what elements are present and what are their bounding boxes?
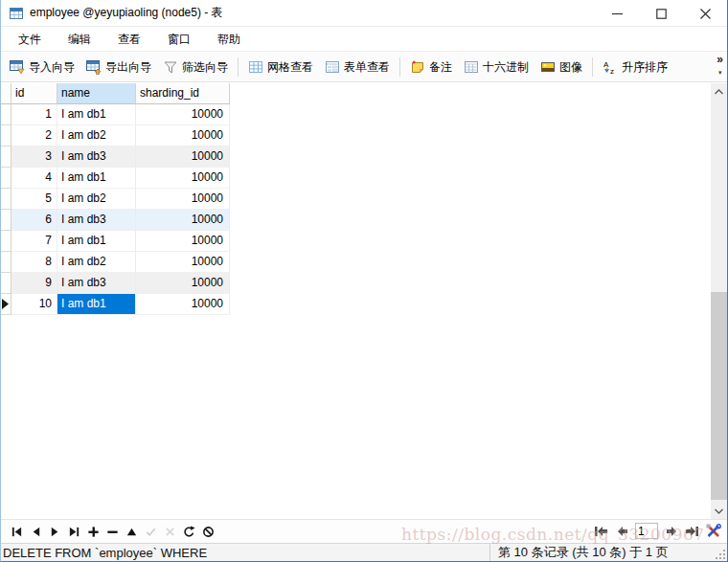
row-header[interactable] — [1, 273, 11, 294]
table-row[interactable]: 1 I am db1 10000 — [1, 104, 727, 125]
memo-icon — [410, 59, 425, 75]
menu-window[interactable]: 窗口 — [154, 29, 204, 51]
maximize-button[interactable] — [639, 0, 683, 27]
status-bar: DELETE FROM `employee` WHERE 第 10 条记录 (共… — [1, 543, 727, 561]
apply-changes-button[interactable] — [141, 523, 160, 540]
cell-name[interactable]: I am db2 — [57, 125, 136, 146]
cell-sharding-id[interactable]: 10000 — [136, 146, 230, 168]
menu-view[interactable]: 查看 — [104, 29, 154, 51]
cell-id[interactable]: 4 — [11, 168, 57, 189]
cell-id[interactable]: 8 — [11, 252, 57, 273]
column-header-sharding-id[interactable]: sharding_id — [136, 83, 230, 104]
memo-button[interactable]: 备注 — [404, 56, 458, 79]
settings-tools-button[interactable] — [705, 523, 721, 539]
image-button[interactable]: 图像 — [535, 56, 588, 79]
stop-icon — [202, 526, 215, 538]
scrollbar-thumb[interactable] — [711, 292, 727, 500]
cell-sharding-id[interactable]: 10000 — [136, 104, 230, 125]
table-row[interactable]: 4 I am db1 10000 — [1, 168, 727, 189]
row-header[interactable] — [1, 189, 11, 210]
menu-help[interactable]: 帮助 — [204, 29, 254, 51]
cell-sharding-id[interactable]: 10000 — [136, 252, 230, 273]
cell-id[interactable]: 6 — [11, 210, 57, 231]
last-record-button[interactable] — [64, 523, 83, 540]
row-header[interactable] — [1, 210, 11, 231]
row-header[interactable] — [1, 252, 11, 273]
cell-sharding-id[interactable]: 10000 — [136, 294, 230, 315]
minimize-button[interactable] — [595, 0, 639, 27]
cell-sharding-id[interactable]: 10000 — [136, 189, 230, 210]
cell-name[interactable]: I am db1 — [57, 104, 136, 125]
next-record-button[interactable] — [45, 523, 64, 540]
row-header[interactable] — [1, 294, 11, 315]
menu-edit[interactable]: 编辑 — [55, 29, 104, 51]
filter-wizard-button[interactable]: 筛选向导 — [157, 56, 234, 79]
resize-grip[interactable] — [716, 550, 725, 559]
next-page-button[interactable] — [663, 523, 679, 539]
import-wizard-button[interactable]: 导入向导 — [4, 56, 80, 79]
export-wizard-button[interactable]: 导出向导 — [80, 56, 157, 79]
first-page-button[interactable] — [593, 523, 609, 539]
discard-changes-button[interactable] — [160, 523, 179, 540]
table-row[interactable]: 10 I am db1 10000 — [1, 294, 727, 315]
scroll-up-button[interactable] — [711, 83, 727, 100]
stop-button[interactable] — [198, 523, 217, 540]
hex-button[interactable]: 十六进制 — [458, 56, 535, 79]
cell-sharding-id[interactable]: 10000 — [136, 125, 230, 146]
cell-id[interactable]: 10 — [11, 294, 57, 315]
vertical-scrollbar[interactable] — [711, 83, 727, 519]
page-number-input[interactable] — [635, 523, 658, 539]
refresh-button[interactable] — [179, 523, 198, 540]
discard-changes-icon — [164, 526, 176, 538]
cell-name[interactable]: I am db2 — [57, 189, 136, 210]
image-icon — [540, 59, 556, 75]
cell-name[interactable]: I am db3 — [57, 273, 136, 294]
cell-id[interactable]: 1 — [11, 104, 57, 125]
row-header-corner[interactable] — [1, 83, 11, 104]
row-header[interactable] — [1, 168, 11, 189]
close-button[interactable] — [683, 0, 727, 27]
cell-name[interactable]: I am db3 — [57, 146, 136, 168]
table-row[interactable]: 2 I am db2 10000 — [1, 125, 727, 146]
cell-sharding-id[interactable]: 10000 — [136, 273, 230, 294]
cell-id[interactable]: 2 — [11, 125, 57, 146]
menu-file[interactable]: 文件 — [5, 29, 55, 51]
cell-id[interactable]: 3 — [11, 146, 57, 168]
column-header-name[interactable]: name — [57, 83, 136, 104]
prev-page-button[interactable] — [614, 523, 630, 539]
cell-id[interactable]: 7 — [11, 231, 57, 252]
first-record-button[interactable] — [7, 523, 26, 540]
row-header[interactable] — [1, 231, 11, 252]
cell-sharding-id[interactable]: 10000 — [136, 231, 230, 252]
last-record-icon — [68, 526, 80, 538]
table-row[interactable]: 7 I am db1 10000 — [1, 231, 727, 252]
add-record-button[interactable] — [83, 523, 102, 540]
toolbar-overflow-button[interactable]: » ▾ — [717, 55, 723, 78]
last-page-button[interactable] — [684, 523, 700, 539]
form-view-button[interactable]: 表单查看 — [319, 56, 396, 79]
delete-record-button[interactable] — [102, 523, 122, 540]
cell-name[interactable]: I am db2 — [57, 252, 136, 273]
row-header[interactable] — [1, 125, 11, 146]
table-row[interactable]: 3 I am db3 10000 — [1, 146, 727, 168]
cell-name[interactable]: I am db1 — [57, 231, 136, 252]
sort-ascending-button[interactable]: A z 升序排序 — [597, 56, 673, 79]
edit-record-button[interactable] — [122, 523, 141, 540]
row-header[interactable] — [1, 146, 11, 168]
cell-id[interactable]: 9 — [11, 273, 57, 294]
cell-sharding-id[interactable]: 10000 — [136, 168, 230, 189]
grid-view-button[interactable]: 网格查看 — [242, 56, 319, 79]
column-header-id[interactable]: id — [11, 83, 57, 104]
cell-sharding-id[interactable]: 10000 — [136, 210, 230, 231]
table-row[interactable]: 5 I am db2 10000 — [1, 189, 727, 210]
table-row[interactable]: 9 I am db3 10000 — [1, 273, 727, 294]
prev-record-button[interactable] — [26, 523, 45, 540]
cell-name[interactable]: I am db1 — [57, 168, 136, 189]
cell-name[interactable]: I am db1 — [57, 294, 136, 315]
cell-name[interactable]: I am db3 — [57, 210, 136, 231]
table-row[interactable]: 8 I am db2 10000 — [1, 252, 727, 273]
cell-id[interactable]: 5 — [11, 189, 57, 210]
scroll-down-button[interactable] — [711, 503, 727, 519]
table-row[interactable]: 6 I am db3 10000 — [1, 210, 727, 231]
row-header[interactable] — [1, 104, 11, 125]
